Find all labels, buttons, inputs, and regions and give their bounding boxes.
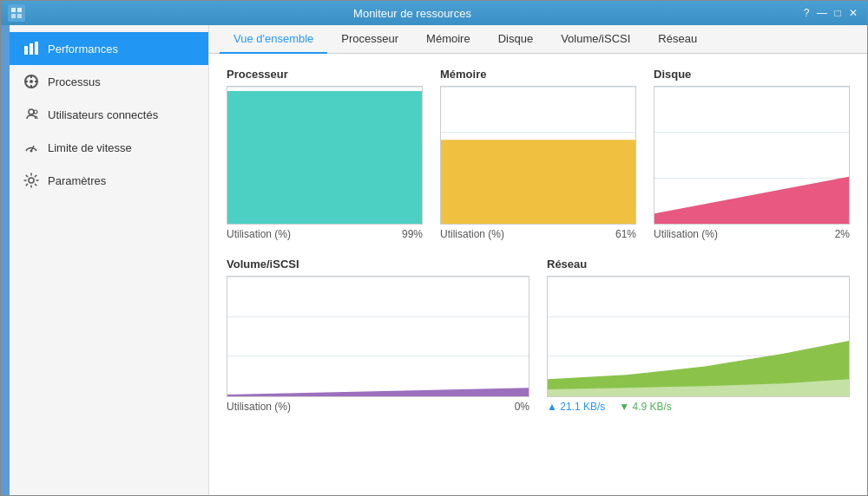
window-title: Moniteur de ressources (25, 7, 799, 20)
help-button[interactable]: ? (799, 6, 813, 20)
processeur-chart-svg (227, 87, 422, 224)
svg-marker-21 (227, 388, 529, 396)
left-edge-decoration (1, 25, 10, 495)
sidebar-item-parametres[interactable]: Paramètres (10, 164, 208, 197)
svg-point-14 (34, 110, 37, 114)
chart-processeur-box (227, 86, 423, 225)
chart-memoire-title: Mémoire (440, 68, 636, 81)
chart-volume-box (227, 276, 529, 397)
settings-icon (23, 173, 39, 188)
chart-reseau-box (547, 276, 850, 397)
memoire-chart-svg (441, 87, 635, 224)
reseau-download-stat: ▼ 4.9 KB/s (619, 401, 672, 413)
svg-rect-4 (24, 46, 28, 55)
tab-processeur[interactable]: Processeur (327, 25, 412, 54)
sidebar: Performances Processus (10, 25, 209, 495)
chart-memoire-footer: Utilisation (%) 61% (440, 228, 636, 240)
svg-marker-20 (654, 177, 849, 224)
sidebar-limite-label: Limite de vitesse (48, 141, 132, 154)
tabs-bar: Vue d'ensemble Processeur Mémoire Disque… (209, 25, 867, 54)
tab-memoire[interactable]: Mémoire (412, 25, 484, 54)
svg-marker-18 (227, 91, 422, 224)
charts-bottom-row: Volume/iSCSI (227, 258, 850, 413)
sidebar-utilisateurs-label: Utilisateurs connectés (48, 108, 158, 121)
disque-utilisation-label: Utilisation (%) (654, 228, 718, 240)
sidebar-item-utilisateurs[interactable]: Utilisateurs connectés (10, 98, 208, 131)
reseau-stats: ▲ 21.1 KB/s ▼ 4.9 KB/s (547, 401, 850, 413)
chart-disque: Disque (654, 68, 850, 240)
window: Moniteur de ressources ? — □ ✕ Performan… (0, 0, 868, 496)
reseau-upload-stat: ▲ 21.1 KB/s (547, 401, 605, 413)
sidebar-item-performances[interactable]: Performances (10, 32, 208, 65)
charts-area: Processeur (209, 54, 867, 495)
charts-top-row: Processeur (227, 68, 850, 240)
chart-memoire-box (440, 86, 636, 225)
titlebar: Moniteur de ressources ? — □ ✕ (1, 1, 867, 25)
chart-memoire: Mémoire (440, 68, 636, 240)
chart-processeur: Processeur (227, 68, 423, 240)
maximize-button[interactable]: □ (831, 6, 845, 20)
sidebar-processus-label: Processus (48, 75, 101, 88)
volume-chart-svg (227, 277, 529, 396)
chart-processeur-title: Processeur (227, 68, 423, 81)
chart-reseau: Réseau (547, 258, 850, 413)
reseau-download-value: 4.9 KB/s (632, 401, 671, 413)
svg-rect-3 (17, 14, 22, 18)
sidebar-item-limite[interactable]: Limite de vitesse (10, 131, 208, 164)
sidebar-performances-label: Performances (48, 42, 118, 55)
chart-disque-title: Disque (654, 68, 850, 81)
sidebar-item-processus[interactable]: Processus (10, 65, 208, 98)
svg-point-13 (29, 109, 34, 114)
disque-chart-svg (654, 87, 849, 224)
memoire-utilisation-label: Utilisation (%) (440, 228, 504, 240)
chart-disque-footer: Utilisation (%) 2% (654, 228, 850, 240)
users-icon (23, 107, 39, 122)
chart-processeur-footer: Utilisation (%) 99% (227, 228, 423, 240)
svg-point-16 (30, 150, 33, 153)
chart-volume-footer: Utilisation (%) 0% (227, 401, 529, 413)
app-icon (8, 4, 25, 22)
reseau-upload-value: 21.1 KB/s (560, 401, 605, 413)
minimize-button[interactable]: — (815, 6, 829, 20)
upload-arrow-icon: ▲ (547, 401, 560, 413)
main-content: Performances Processus (1, 25, 867, 495)
download-arrow-icon: ▼ (619, 401, 632, 413)
svg-rect-5 (30, 43, 33, 55)
svg-marker-19 (441, 140, 635, 224)
svg-rect-0 (11, 8, 16, 12)
svg-rect-6 (35, 42, 38, 55)
chart-reseau-title: Réseau (547, 258, 850, 271)
right-panel: Vue d'ensemble Processeur Mémoire Disque… (209, 25, 867, 495)
close-button[interactable]: ✕ (846, 6, 860, 20)
processeur-utilisation-value: 99% (402, 228, 423, 240)
window-controls: ? — □ ✕ (799, 6, 860, 20)
volume-utilisation-label: Utilisation (%) (227, 401, 291, 413)
tab-volume-iscsi[interactable]: Volume/iSCSI (547, 25, 644, 54)
svg-point-17 (29, 178, 34, 183)
process-icon (23, 74, 39, 89)
processeur-utilisation-label: Utilisation (%) (227, 228, 291, 240)
speed-icon (23, 140, 39, 155)
memoire-utilisation-value: 61% (615, 228, 636, 240)
svg-point-12 (30, 80, 33, 83)
volume-utilisation-value: 0% (515, 401, 529, 413)
svg-rect-2 (11, 14, 16, 18)
tab-disque[interactable]: Disque (484, 25, 547, 54)
tab-reseau[interactable]: Réseau (644, 25, 711, 54)
chart-volume-iscsi: Volume/iSCSI (227, 258, 529, 413)
chart-disque-box (654, 86, 850, 225)
chart-volume-title: Volume/iSCSI (227, 258, 529, 271)
svg-rect-1 (17, 8, 22, 12)
sidebar-parametres-label: Paramètres (48, 174, 106, 187)
tab-vue-ensemble[interactable]: Vue d'ensemble (220, 25, 327, 54)
disque-utilisation-value: 2% (835, 228, 850, 240)
chart-icon (23, 41, 39, 56)
reseau-chart-svg (548, 277, 849, 396)
